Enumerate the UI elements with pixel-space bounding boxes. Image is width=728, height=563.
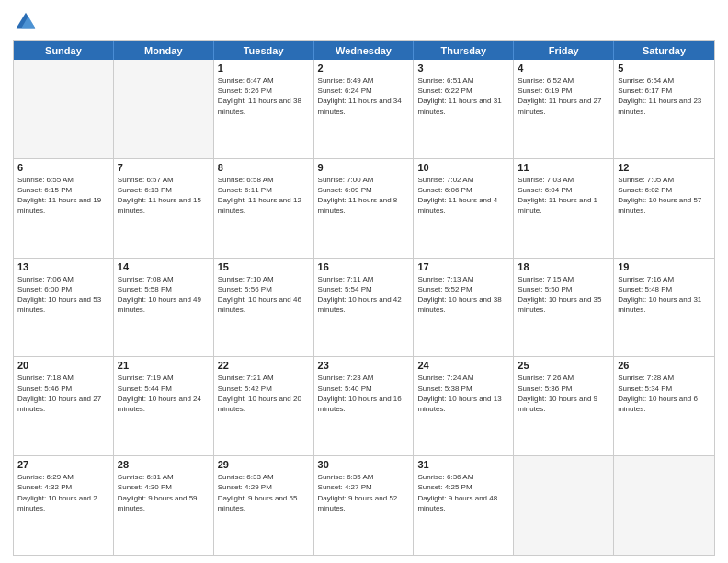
calendar-cell: 2Sunrise: 6:49 AM Sunset: 6:24 PM Daylig… — [314, 60, 415, 158]
day-number: 24 — [417, 360, 509, 371]
header-day-tuesday: Tuesday — [214, 41, 314, 60]
day-number: 5 — [618, 63, 711, 74]
calendar-cell: 25Sunrise: 7:26 AM Sunset: 5:36 PM Dayli… — [514, 357, 614, 455]
calendar-cell: 23Sunrise: 7:23 AM Sunset: 5:40 PM Dayli… — [314, 357, 415, 455]
day-info: Sunrise: 7:19 AM Sunset: 5:44 PM Dayligh… — [118, 373, 210, 414]
day-number: 18 — [518, 261, 609, 272]
calendar-cell — [514, 456, 614, 555]
day-info: Sunrise: 7:02 AM Sunset: 6:06 PM Dayligh… — [417, 175, 509, 216]
calendar-cell: 5Sunrise: 6:54 AM Sunset: 6:17 PM Daylig… — [614, 60, 714, 158]
calendar-cell: 10Sunrise: 7:02 AM Sunset: 6:06 PM Dayli… — [414, 159, 514, 258]
day-number: 1 — [218, 63, 310, 74]
day-info: Sunrise: 6:55 AM Sunset: 6:15 PM Dayligh… — [17, 175, 109, 216]
calendar-cell: 30Sunrise: 6:35 AM Sunset: 4:27 PM Dayli… — [314, 456, 415, 555]
calendar-row: 13Sunrise: 7:06 AM Sunset: 6:00 PM Dayli… — [14, 258, 714, 357]
calendar-cell — [114, 60, 214, 158]
header-day-sunday: Sunday — [14, 41, 114, 60]
day-number: 17 — [417, 261, 509, 272]
day-number: 25 — [518, 360, 609, 371]
day-number: 30 — [318, 459, 410, 470]
header-day-friday: Friday — [514, 41, 614, 60]
calendar-cell: 11Sunrise: 7:03 AM Sunset: 6:04 PM Dayli… — [514, 159, 614, 258]
day-info: Sunrise: 7:10 AM Sunset: 5:56 PM Dayligh… — [218, 274, 310, 316]
calendar-cell: 13Sunrise: 7:06 AM Sunset: 6:00 PM Dayli… — [14, 259, 114, 357]
day-info: Sunrise: 7:15 AM Sunset: 5:50 PM Dayligh… — [518, 274, 609, 316]
header-day-wednesday: Wednesday — [314, 41, 415, 60]
day-number: 21 — [118, 360, 210, 371]
calendar-cell: 12Sunrise: 7:05 AM Sunset: 6:02 PM Dayli… — [614, 159, 714, 258]
day-number: 15 — [218, 261, 310, 272]
calendar: SundayMondayTuesdayWednesdayThursdayFrid… — [13, 40, 715, 556]
calendar-cell: 20Sunrise: 7:18 AM Sunset: 5:46 PM Dayli… — [14, 357, 114, 455]
calendar-row: 27Sunrise: 6:29 AM Sunset: 4:32 PM Dayli… — [14, 455, 714, 555]
day-number: 3 — [417, 63, 509, 74]
calendar-cell — [14, 60, 114, 158]
calendar-cell: 14Sunrise: 7:08 AM Sunset: 5:58 PM Dayli… — [114, 259, 214, 357]
day-info: Sunrise: 7:24 AM Sunset: 5:38 PM Dayligh… — [417, 373, 509, 414]
day-info: Sunrise: 6:57 AM Sunset: 6:13 PM Dayligh… — [118, 175, 210, 216]
calendar-cell: 6Sunrise: 6:55 AM Sunset: 6:15 PM Daylig… — [14, 159, 114, 258]
day-number: 27 — [17, 459, 109, 470]
calendar-cell: 3Sunrise: 6:51 AM Sunset: 6:22 PM Daylig… — [414, 60, 514, 158]
calendar-cell: 4Sunrise: 6:52 AM Sunset: 6:19 PM Daylig… — [514, 60, 614, 158]
day-info: Sunrise: 7:06 AM Sunset: 6:00 PM Dayligh… — [17, 274, 109, 316]
day-number: 9 — [318, 162, 410, 173]
header-day-saturday: Saturday — [614, 41, 714, 60]
calendar-cell: 15Sunrise: 7:10 AM Sunset: 5:56 PM Dayli… — [214, 259, 314, 357]
day-info: Sunrise: 7:11 AM Sunset: 5:54 PM Dayligh… — [318, 274, 410, 316]
day-number: 26 — [618, 360, 711, 371]
day-number: 23 — [318, 360, 410, 371]
day-number: 6 — [17, 162, 109, 173]
day-info: Sunrise: 6:33 AM Sunset: 4:29 PM Dayligh… — [218, 472, 310, 513]
calendar-cell: 29Sunrise: 6:33 AM Sunset: 4:29 PM Dayli… — [214, 456, 314, 555]
day-info: Sunrise: 7:05 AM Sunset: 6:02 PM Dayligh… — [618, 175, 711, 216]
calendar-cell: 26Sunrise: 7:28 AM Sunset: 5:34 PM Dayli… — [614, 357, 714, 455]
day-info: Sunrise: 6:29 AM Sunset: 4:32 PM Dayligh… — [17, 472, 109, 513]
day-info: Sunrise: 7:18 AM Sunset: 5:46 PM Dayligh… — [17, 373, 109, 414]
day-info: Sunrise: 6:47 AM Sunset: 6:26 PM Dayligh… — [218, 75, 310, 117]
day-info: Sunrise: 7:26 AM Sunset: 5:36 PM Dayligh… — [518, 373, 609, 414]
calendar-cell: 7Sunrise: 6:57 AM Sunset: 6:13 PM Daylig… — [114, 159, 214, 258]
day-number: 7 — [118, 162, 210, 173]
day-info: Sunrise: 7:28 AM Sunset: 5:34 PM Dayligh… — [618, 373, 711, 414]
day-number: 12 — [618, 162, 711, 173]
day-info: Sunrise: 7:03 AM Sunset: 6:04 PM Dayligh… — [518, 175, 609, 216]
calendar-cell: 24Sunrise: 7:24 AM Sunset: 5:38 PM Dayli… — [414, 357, 514, 455]
calendar-row: 20Sunrise: 7:18 AM Sunset: 5:46 PM Dayli… — [14, 356, 714, 455]
day-number: 4 — [518, 63, 609, 74]
day-info: Sunrise: 6:51 AM Sunset: 6:22 PM Dayligh… — [417, 75, 509, 117]
day-info: Sunrise: 7:21 AM Sunset: 5:42 PM Dayligh… — [218, 373, 310, 414]
calendar-cell: 27Sunrise: 6:29 AM Sunset: 4:32 PM Dayli… — [14, 456, 114, 555]
calendar-cell: 8Sunrise: 6:58 AM Sunset: 6:11 PM Daylig… — [214, 159, 314, 258]
day-number: 20 — [17, 360, 109, 371]
calendar-cell: 19Sunrise: 7:16 AM Sunset: 5:48 PM Dayli… — [614, 259, 714, 357]
calendar-cell: 22Sunrise: 7:21 AM Sunset: 5:42 PM Dayli… — [214, 357, 314, 455]
header-day-monday: Monday — [114, 41, 214, 60]
calendar-cell: 21Sunrise: 7:19 AM Sunset: 5:44 PM Dayli… — [114, 357, 214, 455]
header-day-thursday: Thursday — [414, 41, 514, 60]
day-number: 19 — [618, 261, 711, 272]
calendar-cell: 18Sunrise: 7:15 AM Sunset: 5:50 PM Dayli… — [514, 259, 614, 357]
calendar-cell: 9Sunrise: 7:00 AM Sunset: 6:09 PM Daylig… — [314, 159, 415, 258]
day-number: 11 — [518, 162, 609, 173]
day-number: 10 — [417, 162, 509, 173]
day-info: Sunrise: 6:52 AM Sunset: 6:19 PM Dayligh… — [518, 75, 609, 117]
day-number: 2 — [318, 63, 410, 74]
day-info: Sunrise: 6:35 AM Sunset: 4:27 PM Dayligh… — [318, 472, 410, 513]
day-number: 14 — [118, 261, 210, 272]
day-info: Sunrise: 6:49 AM Sunset: 6:24 PM Dayligh… — [318, 75, 410, 117]
calendar-cell: 17Sunrise: 7:13 AM Sunset: 5:52 PM Dayli… — [414, 259, 514, 357]
day-number: 16 — [318, 261, 410, 272]
day-number: 28 — [118, 459, 210, 470]
calendar-cell: 16Sunrise: 7:11 AM Sunset: 5:54 PM Dayli… — [314, 259, 415, 357]
calendar-row: 6Sunrise: 6:55 AM Sunset: 6:15 PM Daylig… — [14, 158, 714, 258]
calendar-header: SundayMondayTuesdayWednesdayThursdayFrid… — [14, 41, 714, 60]
day-info: Sunrise: 6:58 AM Sunset: 6:11 PM Dayligh… — [218, 175, 310, 216]
calendar-body: 1Sunrise: 6:47 AM Sunset: 6:26 PM Daylig… — [14, 60, 714, 555]
calendar-cell: 1Sunrise: 6:47 AM Sunset: 6:26 PM Daylig… — [214, 60, 314, 158]
day-number: 31 — [417, 459, 509, 470]
calendar-cell — [614, 456, 714, 555]
calendar-cell: 28Sunrise: 6:31 AM Sunset: 4:30 PM Dayli… — [114, 456, 214, 555]
day-info: Sunrise: 7:00 AM Sunset: 6:09 PM Dayligh… — [318, 175, 410, 216]
day-info: Sunrise: 7:08 AM Sunset: 5:58 PM Dayligh… — [118, 274, 210, 316]
